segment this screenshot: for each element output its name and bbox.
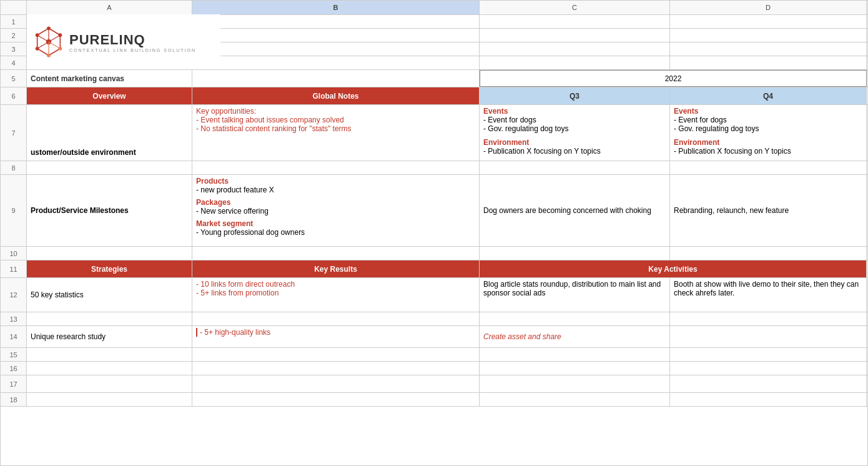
cell-16c xyxy=(480,362,670,375)
cell-8b xyxy=(192,161,480,174)
create-asset-text: Create asset and share xyxy=(483,332,666,341)
cell-8d xyxy=(670,161,867,174)
cell-11a-strategies: Strategies xyxy=(27,260,192,277)
cell-6c-q3: Q3 xyxy=(480,87,670,104)
logo-subtitle: CONTEXTUAL LINK BUILDING SOLUTION xyxy=(69,48,196,52)
row-num-7: 7 xyxy=(1,105,27,161)
rebranding-text: Rebranding, relaunch, new feature xyxy=(674,206,862,215)
cell-12d: Booth at show with live demo to their si… xyxy=(670,278,867,312)
cell-5b xyxy=(192,70,480,87)
row-num-2: 2 xyxy=(1,29,27,42)
cell-17a xyxy=(27,375,192,392)
cell-2b xyxy=(192,29,480,42)
row-num-1: 1 xyxy=(1,15,27,29)
row-num-3: 3 xyxy=(1,42,27,56)
cell-14c: Create asset and share xyxy=(480,326,670,347)
cell-9b: Products - new product feature X Package… xyxy=(192,175,480,246)
cell-10d xyxy=(670,247,867,260)
booth-text: Booth at show with live demo to their si… xyxy=(674,280,862,297)
overview-header: Overview xyxy=(92,92,126,101)
products-title: Products xyxy=(196,177,475,186)
cell-18b xyxy=(192,393,480,406)
cell-7c: Events - Event for dogs - Gov. regulatin… xyxy=(480,105,670,161)
svg-line-12 xyxy=(37,42,49,49)
cell-12a: 50 key statistics xyxy=(27,278,192,312)
cell-9d: Rebranding, relaunch, new feature xyxy=(670,175,867,246)
cell-10a xyxy=(27,247,192,260)
events-q3-items: - Event for dogs - Gov. regulating dog t… xyxy=(483,116,666,133)
cell-16a xyxy=(27,362,192,375)
cell-15b xyxy=(192,348,480,361)
cell-18a xyxy=(27,393,192,406)
global-notes-header: Global Notes xyxy=(312,92,358,101)
environment-q4-title: Environment xyxy=(674,138,862,147)
cell-10b xyxy=(192,247,480,260)
row-num-9: 9 xyxy=(1,175,27,247)
market-segment-items: - Young professional dog owners xyxy=(196,228,475,237)
row-num-13: 13 xyxy=(1,312,27,326)
cell-11b-key-results: Key Results xyxy=(192,260,480,277)
cell-5a: Content marketing canvas xyxy=(27,70,192,87)
cell-17d xyxy=(670,375,867,392)
key-activities-header: Key Activities xyxy=(648,265,697,274)
blog-article-text: Blog article stats roundup, distribution… xyxy=(483,280,666,297)
cell-4d xyxy=(670,56,867,69)
year-label: 2022 xyxy=(665,74,682,83)
cell-13c xyxy=(480,312,670,325)
cell-15d xyxy=(670,348,867,361)
events-q4-title: Events xyxy=(674,107,862,116)
cell-15a xyxy=(27,348,192,361)
row-num-18: 18 xyxy=(1,393,27,407)
svg-line-9 xyxy=(49,35,60,42)
col-header-c: C xyxy=(480,1,670,14)
col-header-b: B xyxy=(192,1,480,14)
cell-12b: - 10 links form direct outreach - 5+ lin… xyxy=(192,278,480,312)
unique-research-label: Unique research study xyxy=(31,332,188,341)
key-opportunities-text: Key opportunities: - Event talking about… xyxy=(196,107,475,133)
purelinq-logo-icon xyxy=(33,26,64,57)
cell-3d xyxy=(670,42,867,56)
environment-q3-items: - Publication X focusing on Y topics xyxy=(483,147,666,156)
high-quality-links-text: - 5+ high-quality links xyxy=(196,328,475,337)
cell-7a: ustomer/outside environment xyxy=(27,105,192,161)
cell-1d xyxy=(670,15,867,28)
cell-11-key-activities: Key Activities xyxy=(480,260,867,277)
cell-14b: - 5+ high-quality links xyxy=(192,326,480,347)
logo-text: PURELINQ CONTEXTUAL LINK BUILDING SOLUTI… xyxy=(69,32,196,52)
strategies-header: Strategies xyxy=(91,265,127,274)
cell-9c: Dog owners are becoming concerned with c… xyxy=(480,175,670,246)
cell-18d xyxy=(670,393,867,406)
fifty-key-stats-label: 50 key statistics xyxy=(31,290,188,299)
cell-13a xyxy=(27,312,192,325)
row-num-16: 16 xyxy=(1,362,27,375)
row-num-8: 8 xyxy=(1,161,27,175)
row-num-6: 6 xyxy=(1,87,27,105)
cell-15c xyxy=(480,348,670,361)
cell-3b xyxy=(192,42,480,56)
cell-2c xyxy=(480,29,670,42)
cell-9a: Product/Service Milestones xyxy=(27,175,192,246)
svg-point-3 xyxy=(58,47,62,51)
cell-12c: Blog article stats roundup, distribution… xyxy=(480,278,670,312)
events-q4-items: - Event for dogs - Gov. regulating dog t… xyxy=(674,116,862,133)
customer-outside-label: ustomer/outside environment xyxy=(31,148,188,157)
cell-7d: Events - Event for dogs - Gov. regulatin… xyxy=(670,105,867,161)
cell-17b xyxy=(192,375,480,392)
dog-owners-text: Dog owners are becoming concerned with c… xyxy=(483,206,666,215)
cell-5-2022: 2022 xyxy=(480,70,867,87)
content-marketing-title: Content marketing canvas xyxy=(31,74,188,83)
row-num-5: 5 xyxy=(1,70,27,87)
cell-14d xyxy=(670,326,867,347)
cell-16d xyxy=(670,362,867,375)
key-results-header: Key Results xyxy=(314,265,357,274)
row-num-15: 15 xyxy=(1,348,27,362)
cell-13b xyxy=(192,312,480,325)
packages-items: - New service offering xyxy=(196,207,475,216)
key-results-12: - 10 links form direct outreach - 5+ lin… xyxy=(196,280,475,297)
cell-13d xyxy=(670,312,867,325)
row-num-12: 12 xyxy=(1,278,27,312)
cell-6b-global-notes: Global Notes xyxy=(192,87,480,104)
svg-line-10 xyxy=(49,42,60,49)
packages-title: Packages xyxy=(196,198,475,207)
events-q3-title: Events xyxy=(483,107,666,116)
